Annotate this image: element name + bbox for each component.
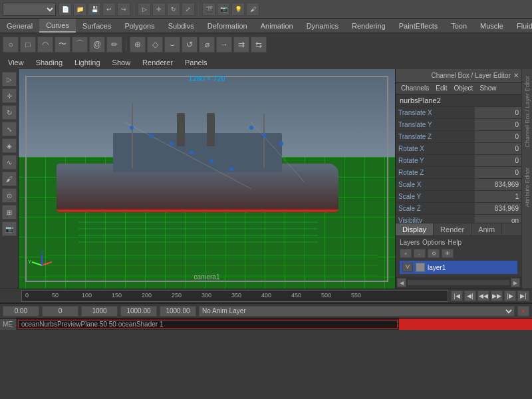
channel-box-tab-label[interactable]: Channel Box / Layer Editor xyxy=(524,76,531,148)
paint-icon[interactable]: 🖌 xyxy=(246,3,259,16)
help-menu[interactable]: Help xyxy=(448,239,462,246)
show-manip-tool[interactable]: ⊞ xyxy=(2,205,17,219)
channel-scale-z[interactable]: Scale Z 834,969 xyxy=(396,203,521,215)
play-fwd-btn[interactable]: ▶▶ xyxy=(491,291,503,301)
show-menu[interactable]: Show xyxy=(477,84,499,92)
curve-node-icon[interactable]: ◇ xyxy=(147,37,163,53)
curve-pen-icon[interactable]: ✏ xyxy=(106,37,122,53)
layer-options-icon[interactable]: ⚙ xyxy=(428,249,440,258)
sculpt-tool[interactable]: ⊙ xyxy=(2,188,17,203)
select-tool[interactable]: ▷ xyxy=(2,72,17,86)
play-back-btn[interactable]: ◀◀ xyxy=(477,291,489,301)
scroll-track[interactable] xyxy=(408,280,509,285)
menu-curves[interactable]: Curves xyxy=(39,19,76,33)
channel-translate-y[interactable]: Translate Y 0 xyxy=(396,119,521,131)
camera-alt-tool[interactable]: 📷 xyxy=(2,221,17,236)
lasso-tool[interactable]: ∿ xyxy=(2,155,17,170)
end-frame-field[interactable] xyxy=(81,306,118,317)
channel-translate-x[interactable]: Translate X 0 xyxy=(396,107,521,119)
curve-smooth-icon[interactable]: ⌣ xyxy=(164,37,180,53)
menu-painteffects[interactable]: PaintEffects xyxy=(392,19,445,33)
curve-edit-icon[interactable]: ⊕ xyxy=(130,37,146,53)
left-toolbar: ▷ ✛ ↻ ⤡ ◈ ∿ 🖌 ⊙ ⊞ 📷 xyxy=(0,69,19,289)
curve-arc-icon[interactable]: ◠ xyxy=(37,37,53,53)
menu-muscle[interactable]: Muscle xyxy=(473,19,510,33)
move-tool[interactable]: ✛ xyxy=(2,88,17,103)
curve-fillet-icon[interactable]: ⌀ xyxy=(199,37,215,53)
channel-rotate-x[interactable]: Rotate X 0 xyxy=(396,143,521,155)
layers-menu[interactable]: Layers xyxy=(400,239,420,246)
paint-tool[interactable]: 🖌 xyxy=(2,172,17,186)
channel-visibility[interactable]: Visibility on xyxy=(396,215,521,223)
playback-end-field[interactable] xyxy=(160,306,196,317)
channel-scale-y[interactable]: Scale Y 1 xyxy=(396,191,521,203)
layer-view-icon[interactable]: 👁 xyxy=(442,249,454,258)
curve-reverse-icon[interactable]: ⇆ xyxy=(251,37,267,53)
channel-translate-z[interactable]: Translate Z 0 xyxy=(396,131,521,143)
camera-icon[interactable]: 📷 xyxy=(217,3,230,16)
go-start-btn[interactable]: |◀ xyxy=(451,291,463,301)
curve-circle-icon[interactable]: ○ xyxy=(3,37,19,53)
step-fwd-btn[interactable]: |▶ xyxy=(504,291,516,301)
curve-extend-icon[interactable]: → xyxy=(216,37,232,53)
scroll-left-arrow[interactable]: ◀ xyxy=(397,278,406,287)
select-icon[interactable]: ▷ xyxy=(138,3,151,16)
channels-menu[interactable]: Channels xyxy=(398,84,432,92)
dynamics-dropdown[interactable]: Dynamics xyxy=(3,3,56,16)
menu-rendering[interactable]: Rendering xyxy=(345,19,392,33)
menu-deformation[interactable]: Deformation xyxy=(201,19,254,33)
curve-wavy-icon[interactable]: 〜 xyxy=(55,37,70,53)
object-menu[interactable]: Object xyxy=(452,84,476,92)
undo-icon[interactable]: ↩ xyxy=(102,3,116,16)
light-icon[interactable]: 💡 xyxy=(231,3,245,16)
menu-surfaces[interactable]: Surfaces xyxy=(76,19,118,33)
options-menu[interactable]: Options xyxy=(422,239,445,246)
current-time-field[interactable] xyxy=(3,306,39,317)
scale-icon[interactable]: ⤢ xyxy=(182,3,195,16)
timeline-numbers[interactable]: 0 50 100 150 200 250 300 350 400 450 500… xyxy=(21,290,448,302)
menu-fluids[interactable]: Fluids xyxy=(510,19,532,33)
menu-polygons[interactable]: Polygons xyxy=(118,19,161,33)
status-bar: ME oceanNurbsPreviewPlane 50 50 oceanSha… xyxy=(0,318,532,330)
menu-subdivs[interactable]: Subdivs xyxy=(162,19,201,33)
new-layer-icon[interactable]: + xyxy=(400,249,412,258)
start-frame-field[interactable] xyxy=(42,306,78,317)
menu-toon[interactable]: Toon xyxy=(444,19,473,33)
save-icon[interactable]: 💾 xyxy=(88,3,101,16)
edit-menu[interactable]: Edit xyxy=(433,84,450,92)
soft-select-tool[interactable]: ◈ xyxy=(2,138,17,153)
tab-display[interactable]: Display xyxy=(396,223,434,235)
layer-visibility-btn[interactable]: V xyxy=(402,263,413,272)
channel-scale-x[interactable]: Scale X 834,969 xyxy=(396,179,521,191)
rotate-tool[interactable]: ↻ xyxy=(2,105,17,120)
layer-row[interactable]: V layer1 xyxy=(400,261,517,274)
scale-tool[interactable]: ⤡ xyxy=(2,122,17,136)
playback-start-field[interactable] xyxy=(120,306,157,317)
viewport-container[interactable]: 1280 × 720 xyxy=(19,69,395,289)
go-end-btn[interactable]: ▶| xyxy=(517,291,529,301)
channel-rotate-z[interactable]: Rotate Z 0 xyxy=(396,167,521,179)
auto-key-btn[interactable]: ● xyxy=(517,306,529,317)
menu-dynamics[interactable]: Dynamics xyxy=(300,19,345,33)
menu-animation[interactable]: Animation xyxy=(254,19,300,33)
curve-offset-icon[interactable]: ⇉ xyxy=(233,37,249,53)
anim-layer-dropdown[interactable]: No Anim Layer xyxy=(199,306,515,317)
move-icon[interactable]: ✛ xyxy=(152,3,166,16)
tab-anim[interactable]: Anim xyxy=(471,223,502,235)
channel-rotate-y[interactable]: Rotate Y 0 xyxy=(396,155,521,167)
render-icon[interactable]: 🎬 xyxy=(202,3,215,16)
scroll-right-arrow[interactable]: ▶ xyxy=(511,278,520,287)
step-back-btn[interactable]: ◀| xyxy=(464,291,476,301)
redo-icon[interactable]: ↪ xyxy=(117,3,130,16)
tab-render[interactable]: Render xyxy=(434,223,471,235)
open-file-icon[interactable]: 📁 xyxy=(73,3,86,16)
delete-layer-icon[interactable]: - xyxy=(414,249,426,258)
menu-general[interactable]: General xyxy=(0,19,39,33)
new-file-icon[interactable]: 📄 xyxy=(59,3,72,16)
curve-rebuild-icon[interactable]: ↺ xyxy=(182,37,198,53)
curve-bezier-icon[interactable]: ⌒ xyxy=(72,37,88,53)
curve-spiral-icon[interactable]: @ xyxy=(89,37,105,53)
curve-square-icon[interactable]: □ xyxy=(20,37,36,53)
attribute-editor-tab-label[interactable]: Attribute Editor xyxy=(524,168,531,207)
rotate-icon[interactable]: ↻ xyxy=(167,3,180,16)
